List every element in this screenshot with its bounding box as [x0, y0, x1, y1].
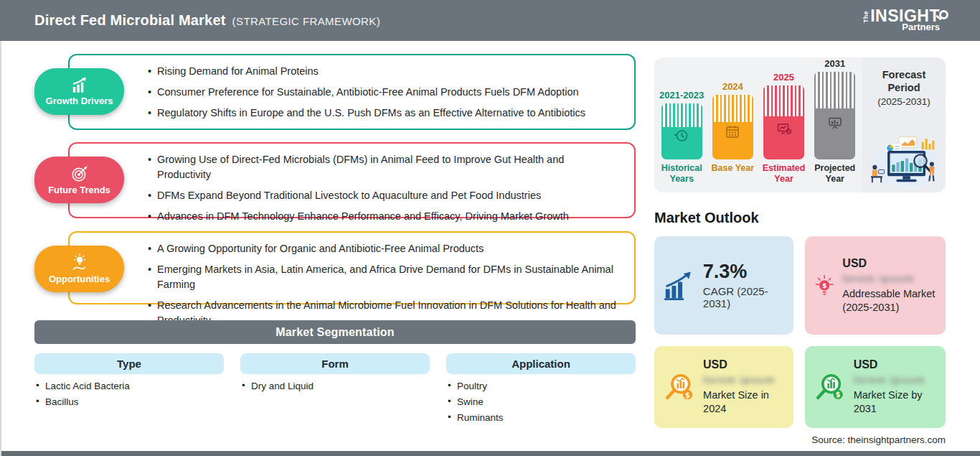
- opportunities-section: A Growing Opportunity for Organic and An…: [68, 231, 636, 304]
- segment-header-form: Form: [240, 353, 430, 374]
- forecast-period-title: Forecast Period: [875, 68, 933, 94]
- blurred-value: lorem ipsum: [703, 373, 784, 386]
- future-trends-box: Growing Use of Direct-Fed Microbials (DF…: [68, 142, 636, 218]
- presentation-chart-icon: [826, 114, 844, 131]
- growth-drivers-label: Growth Drivers: [46, 96, 113, 106]
- outlook-column: 2021-2023 Historical Years 2024: [654, 54, 946, 445]
- timeline-projected: 2031: [810, 57, 860, 192]
- segment-header-application: Application: [446, 353, 636, 374]
- card-description: Market Size by 2031: [854, 388, 936, 416]
- market-size-2031-card: $ USD lorem ipsum Market Size by 2031: [805, 346, 946, 428]
- slide-root: Direct Fed Microbial Market(STRATEGIC FR…: [0, 0, 980, 456]
- trends-bullet: DFMs Expand Beyond Traditional Livestock…: [146, 188, 617, 203]
- header-bar: Direct Fed Microbial Market(STRATEGIC FR…: [0, 0, 980, 41]
- opportunities-badge: Opportunities: [34, 246, 124, 292]
- future-trends-section: Growing Use of Direct-Fed Microbials (DF…: [68, 142, 636, 218]
- timeline-estimated: 2025 Estimated Year: [759, 57, 809, 192]
- segment-item: Dry and Liquid: [242, 381, 430, 391]
- segment-header-type: Type: [34, 353, 224, 374]
- growth-chart-icon: [664, 269, 695, 302]
- addressable-market-card: $ USD lorem ipsum Addressable Market (20…: [805, 236, 946, 335]
- future-trends-label: Future Trends: [48, 185, 110, 195]
- segment-column-form: Form Dry and Liquid: [240, 353, 430, 428]
- target-dart-icon: [70, 164, 89, 183]
- market-outlook-grid: 7.3% CAGR (2025-2031): [654, 236, 946, 428]
- historical-bar: [661, 103, 702, 159]
- bar-chart-up-icon: [70, 77, 89, 94]
- cagr-card: 7.3% CAGR (2025-2031): [654, 236, 793, 335]
- segmentation-columns: Type Lactic Acid Bacteria Bacillus Form …: [34, 353, 636, 428]
- trends-bullet: Advances in DFM Technology Enhance Perfo…: [146, 209, 617, 224]
- growth-drivers-section: Rising Demand for Animal Proteins Consum…: [68, 54, 636, 130]
- bulb-hand-icon: [70, 253, 89, 272]
- opportunities-box: A Growing Opportunity for Organic and An…: [68, 231, 636, 304]
- segment-column-application: Application Poultry Swine Ruminants: [446, 353, 636, 428]
- year-label: 2031: [824, 58, 845, 69]
- svg-text:$: $: [822, 281, 826, 289]
- card-description: Addressable Market (2025-2031): [842, 287, 936, 315]
- timeline-caption: Estimated Year: [759, 163, 809, 187]
- magnifier-ring-icon: [939, 10, 948, 19]
- growth-bullet: Consumer Preference for Sustainable, Ant…: [146, 85, 617, 100]
- brand-logo: The INSIGHT Partners: [863, 9, 948, 33]
- future-trends-badge: Future Trends: [34, 157, 124, 203]
- base-year-bar: [712, 95, 753, 159]
- magnifier-chart-icon: $: [814, 370, 846, 404]
- timeline-caption: Projected Year: [810, 163, 860, 187]
- timeline-caption: Base Year: [712, 163, 755, 187]
- svg-text:$: $: [685, 391, 690, 399]
- timeline-caption: Historical Years: [656, 163, 707, 187]
- cagr-value: 7.3%: [703, 261, 784, 283]
- page-title: Direct Fed Microbial Market(STRATEGIC FR…: [34, 12, 380, 29]
- blurred-value: lorem ipsum: [854, 373, 936, 386]
- segment-column-type: Type Lactic Acid Bacteria Bacillus: [34, 353, 224, 428]
- year-label: 2021-2023: [659, 90, 704, 101]
- cagr-label: CAGR (2025-2031): [703, 285, 784, 310]
- currency-label: USD: [703, 358, 784, 371]
- dollar-bulb-icon: $: [814, 268, 834, 304]
- timeline-historical: 2021-2023 Historical Years: [656, 57, 707, 192]
- monitor-gear-icon: [776, 120, 793, 137]
- market-outlook-heading: Market Outlook: [654, 210, 946, 226]
- logo-the-text: The: [863, 11, 870, 23]
- opportunities-bullet: Emerging Markets in Asia, Latin America,…: [146, 262, 617, 292]
- framework-column: Rising Demand for Animal Proteins Consum…: [34, 54, 636, 445]
- card-description: Market Size in 2024: [703, 388, 784, 416]
- growth-bullet: Rising Demand for Animal Proteins: [146, 64, 617, 79]
- growth-bullet: Regulatory Shifts in Europe and the U.S.…: [146, 106, 617, 121]
- forecast-period-panel: Forecast Period (2025-2031): [862, 57, 946, 192]
- market-segmentation-title: Market Segmentation: [275, 326, 395, 339]
- bottom-divider-bar: [0, 451, 980, 456]
- source-attribution: Source: theinsightpartners.com: [654, 434, 946, 445]
- page-title-subtitle: (STRATEGIC FRAMEWORK): [232, 15, 380, 27]
- timeline-card: 2021-2023 Historical Years 2024: [654, 57, 946, 192]
- growth-drivers-badge: Growth Drivers: [34, 68, 124, 115]
- segment-item: Swine: [448, 396, 636, 407]
- segment-item: Bacillus: [36, 396, 224, 407]
- year-label: 2025: [773, 72, 794, 83]
- analytics-illustration: [866, 133, 942, 190]
- segment-item: Lactic Acid Bacteria: [36, 381, 224, 391]
- calendar-icon: [724, 124, 741, 141]
- market-segmentation-bar: Market Segmentation: [34, 320, 636, 344]
- segment-item: Ruminants: [448, 412, 636, 423]
- year-label: 2024: [722, 81, 743, 92]
- svg-text:$: $: [836, 391, 841, 399]
- forecast-period-range: (2025-2031): [877, 96, 930, 107]
- magnifier-chart-icon: $: [664, 370, 695, 404]
- trends-bullet: Growing Use of Direct-Fed Microbials (DF…: [146, 152, 617, 182]
- opportunities-label: Opportunities: [49, 274, 110, 284]
- history-clock-icon: [673, 127, 690, 144]
- segment-item: Poultry: [448, 381, 636, 391]
- blurred-value: lorem ipsum: [842, 272, 936, 284]
- market-size-2024-card: $ USD lorem ipsum Market Size in 2024: [654, 346, 793, 428]
- timeline-base: 2024: [707, 57, 758, 192]
- growth-drivers-box: Rising Demand for Animal Proteins Consum…: [68, 54, 636, 130]
- page-title-main: Direct Fed Microbial Market: [34, 12, 226, 28]
- projected-year-bar: [814, 72, 855, 159]
- currency-label: USD: [842, 257, 936, 270]
- estimated-year-bar: [763, 85, 804, 159]
- opportunities-bullet: A Growing Opportunity for Organic and An…: [146, 241, 617, 256]
- currency-label: USD: [854, 358, 936, 371]
